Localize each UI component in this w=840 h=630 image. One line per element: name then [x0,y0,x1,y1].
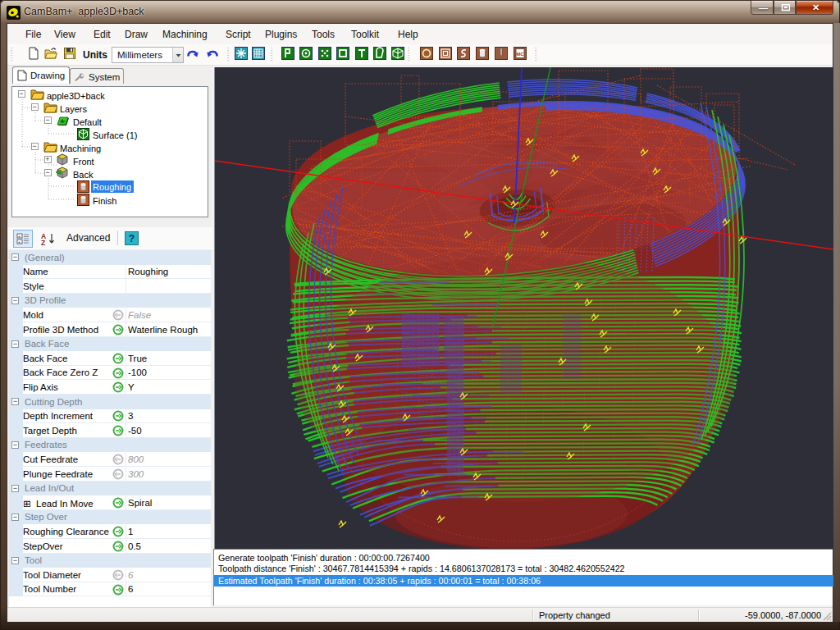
svg-text:+: + [18,240,21,244]
svg-text:MC: MC [516,52,524,57]
svg-text:+: + [18,234,21,239]
svg-text:Z: Z [41,239,45,246]
